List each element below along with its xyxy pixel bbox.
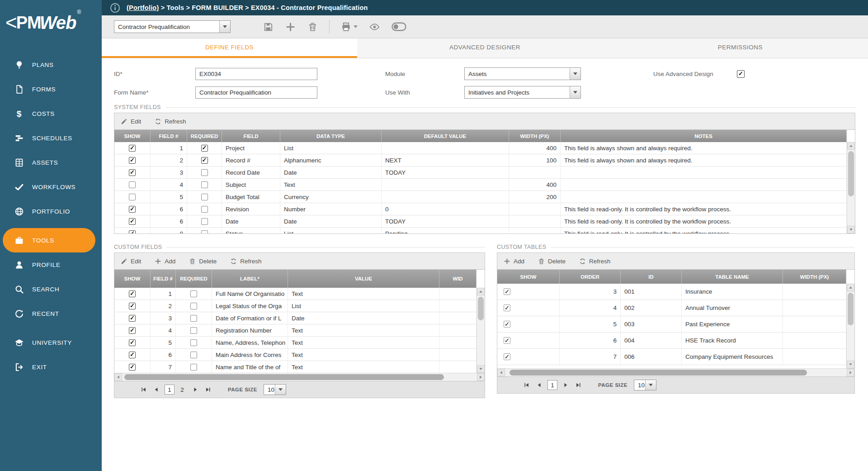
show-checkbox[interactable] bbox=[129, 218, 136, 225]
required-checkbox[interactable] bbox=[190, 327, 197, 334]
scrollbar-track[interactable] bbox=[847, 150, 855, 226]
required-checkbox[interactable] bbox=[201, 157, 208, 164]
module-select-open-button[interactable] bbox=[570, 68, 580, 80]
column-header-show[interactable]: SHOW bbox=[114, 270, 151, 288]
column-header-table-name[interactable]: TABLE NAME bbox=[682, 270, 783, 284]
next-page-button[interactable] bbox=[191, 385, 200, 394]
print-button[interactable] bbox=[341, 21, 358, 33]
scroll-down-button[interactable] bbox=[847, 226, 855, 233]
system-field-row[interactable]: 8 Status List Pending This field is read… bbox=[114, 228, 847, 233]
show-checkbox[interactable] bbox=[504, 304, 510, 311]
required-checkbox[interactable] bbox=[201, 181, 208, 188]
sidebar-item-university[interactable]: UNIVERSITY bbox=[0, 330, 102, 355]
show-checkbox[interactable] bbox=[129, 230, 136, 234]
system-field-row[interactable]: 4 Subject Text 400 bbox=[114, 179, 847, 191]
column-header-value[interactable]: VALUE bbox=[288, 270, 439, 288]
page-number[interactable]: 1 bbox=[165, 385, 175, 395]
custom-field-row[interactable]: 2 Legal Status of the Orga List bbox=[114, 300, 476, 312]
refresh-button[interactable]: Refresh bbox=[579, 258, 610, 265]
advanced-design-checkbox[interactable] bbox=[737, 70, 745, 78]
sidebar-item-costs[interactable]: $ COSTS bbox=[0, 101, 102, 126]
show-checkbox[interactable] bbox=[129, 364, 136, 371]
required-checkbox[interactable] bbox=[201, 218, 208, 225]
show-checkbox[interactable] bbox=[129, 303, 136, 309]
tab-advanced-designer[interactable]: ADVANCED DESIGNER bbox=[357, 38, 613, 58]
page-size-open-button[interactable] bbox=[275, 385, 286, 395]
column-header-label[interactable]: LABEL* bbox=[212, 270, 288, 288]
show-checkbox[interactable] bbox=[129, 327, 136, 334]
custom-table-row[interactable]: 4 002 Annual Turnover bbox=[497, 300, 846, 316]
scrollbar-thumb[interactable] bbox=[124, 374, 444, 380]
custom-field-row[interactable]: 3 Date of Formation or if L Date bbox=[114, 312, 476, 324]
scroll-right-button[interactable] bbox=[477, 373, 485, 381]
tab-define-fields[interactable]: DEFINE FIELDS bbox=[102, 38, 357, 58]
page-number[interactable]: 1 bbox=[547, 380, 557, 390]
system-field-row[interactable]: 3 Record Date Date TODAY bbox=[114, 167, 847, 179]
preview-button[interactable] bbox=[369, 21, 380, 33]
column-header-width[interactable]: WIDTH (PX) bbox=[783, 270, 846, 284]
prev-page-button[interactable] bbox=[152, 385, 161, 394]
show-checkbox[interactable] bbox=[129, 169, 136, 176]
sidebar-item-forms[interactable]: FORMS bbox=[0, 77, 102, 101]
custom-field-row[interactable]: 7 Name and Title of the of Text bbox=[114, 361, 476, 373]
required-checkbox[interactable] bbox=[190, 290, 197, 297]
id-input[interactable] bbox=[195, 68, 317, 80]
form-selector-open-button[interactable] bbox=[219, 21, 230, 33]
scrollbar-track[interactable] bbox=[122, 373, 477, 381]
show-checkbox[interactable] bbox=[504, 337, 510, 344]
custom-table-row[interactable]: 3 001 Insurance bbox=[497, 284, 846, 300]
form-name-input[interactable] bbox=[195, 86, 317, 99]
required-checkbox[interactable] bbox=[190, 339, 197, 346]
custom-field-row[interactable]: 4 Registration Number Text bbox=[114, 324, 476, 337]
column-header-id[interactable]: ID bbox=[621, 270, 682, 284]
delete-button[interactable]: Delete bbox=[189, 258, 217, 265]
save-button[interactable] bbox=[263, 21, 274, 33]
required-checkbox[interactable] bbox=[190, 303, 197, 309]
next-page-button[interactable] bbox=[561, 381, 570, 390]
info-button[interactable] bbox=[110, 3, 120, 13]
scrollbar-track[interactable] bbox=[847, 291, 854, 361]
system-field-row[interactable]: 5 Budget Total Currency 200 bbox=[114, 191, 847, 203]
column-header-show[interactable]: SHOW bbox=[497, 270, 560, 284]
scroll-right-button[interactable] bbox=[847, 369, 854, 376]
sidebar-item-exit[interactable]: EXIT bbox=[0, 355, 102, 379]
page-size-select[interactable]: 10 bbox=[634, 380, 656, 390]
edit-button[interactable]: Edit bbox=[121, 258, 141, 265]
delete-record-button[interactable] bbox=[307, 21, 318, 33]
required-checkbox[interactable] bbox=[201, 230, 208, 234]
show-checkbox[interactable] bbox=[129, 145, 136, 152]
system-field-row[interactable]: 6 Revision Number 0 This field is read-o… bbox=[114, 203, 847, 215]
show-checkbox[interactable] bbox=[129, 352, 136, 358]
last-page-button[interactable] bbox=[203, 385, 212, 394]
required-checkbox[interactable] bbox=[201, 145, 208, 152]
column-header-required[interactable]: REQUIRED bbox=[176, 270, 212, 288]
scrollbar-thumb[interactable] bbox=[509, 370, 807, 376]
scroll-down-button[interactable] bbox=[847, 361, 854, 368]
required-checkbox[interactable] bbox=[190, 352, 197, 358]
add-button[interactable]: Add bbox=[155, 258, 175, 265]
scrollbar-track[interactable] bbox=[477, 295, 485, 365]
system-field-row[interactable]: 1 Project List 400 This field is always … bbox=[114, 142, 847, 154]
form-selector[interactable]: Contractor Prequalification bbox=[114, 20, 231, 33]
sidebar-item-plans[interactable]: PLANS bbox=[0, 52, 102, 77]
vertical-scrollbar[interactable] bbox=[476, 288, 485, 373]
column-header-required[interactable]: REQUIRED bbox=[187, 130, 222, 142]
required-checkbox[interactable] bbox=[190, 315, 197, 322]
show-checkbox[interactable] bbox=[129, 181, 136, 188]
use-with-select-open-button[interactable] bbox=[570, 86, 580, 98]
show-checkbox[interactable] bbox=[504, 353, 510, 360]
column-header-field-num[interactable]: FIELD # bbox=[151, 270, 176, 288]
scrollbar-track[interactable] bbox=[505, 369, 847, 376]
scrollbar-thumb[interactable] bbox=[848, 293, 854, 325]
column-header-show[interactable]: SHOW bbox=[114, 130, 151, 142]
scrollbar-thumb[interactable] bbox=[478, 297, 484, 320]
system-field-row[interactable]: 2 Record # Alphanumeric NEXT 100 This fi… bbox=[114, 154, 847, 167]
system-field-row[interactable]: 6 Date Date TODAY This field is read-onl… bbox=[114, 215, 847, 228]
use-with-select[interactable]: Initiatives and Projects bbox=[464, 86, 581, 99]
required-checkbox[interactable] bbox=[201, 169, 208, 176]
page-number[interactable]: 2 bbox=[177, 385, 187, 395]
required-checkbox[interactable] bbox=[201, 206, 208, 213]
column-header-notes[interactable]: NOTES bbox=[561, 130, 847, 142]
sidebar-item-search[interactable]: SEARCH bbox=[0, 277, 102, 301]
horizontal-scrollbar[interactable] bbox=[497, 368, 854, 376]
